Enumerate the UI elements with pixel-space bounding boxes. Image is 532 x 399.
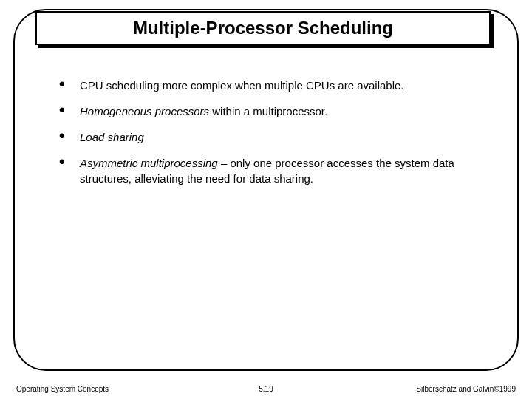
footer-left: Operating System Concepts: [16, 385, 109, 393]
bullet-text-italic: Homogeneous processors: [80, 105, 209, 117]
slide-footer: 5.19 Operating System Concepts Silbersch…: [0, 385, 532, 393]
bullet-text: CPU scheduling more complex when multipl…: [80, 78, 488, 93]
bullet-dot-icon: •: [59, 129, 80, 143]
bullet-item: • Homogeneous processors within a multip…: [59, 103, 488, 119]
bullet-text-italic: Load sharing: [80, 131, 144, 143]
bullet-item: • Load sharing: [59, 129, 488, 145]
slide-content: • CPU scheduling more complex when multi…: [59, 78, 488, 197]
bullet-text-italic: Asymmetric multiprocessing: [80, 157, 218, 169]
bullet-text: Load sharing: [80, 129, 488, 145]
bullet-text: Asymmetric multiprocessing – only one pr…: [80, 155, 488, 186]
bullet-item: • Asymmetric multiprocessing – only one …: [59, 155, 488, 186]
title-box: Multiple-Processor Scheduling: [35, 11, 491, 45]
bullet-item: • CPU scheduling more complex when multi…: [59, 78, 488, 93]
bullet-dot-icon: •: [59, 78, 80, 91]
footer-right: Silberschatz and Galvin©1999: [416, 385, 516, 393]
bullet-text: Homogeneous processors within a multipro…: [80, 103, 488, 119]
bullet-text-span: within a multiprocessor.: [209, 105, 327, 117]
bullet-dot-icon: •: [59, 155, 80, 168]
slide-title: Multiple-Processor Scheduling: [133, 18, 393, 38]
bullet-text-span: CPU scheduling more complex when multipl…: [80, 79, 404, 92]
bullet-dot-icon: •: [59, 103, 80, 117]
